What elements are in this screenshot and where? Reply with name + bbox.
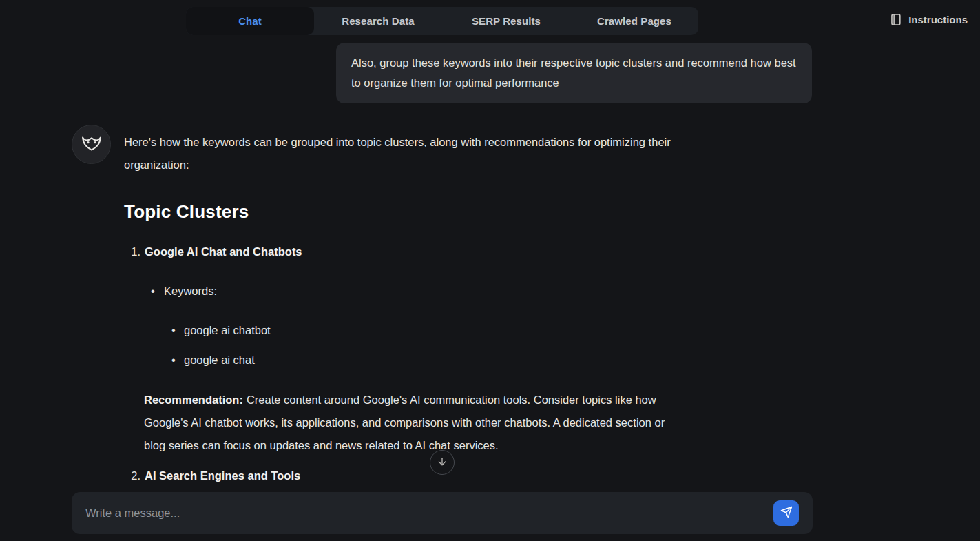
assistant-avatar — [72, 125, 111, 164]
chat-tabbar: Chat Research Data SERP Results Crawled … — [186, 7, 698, 35]
cluster-2-title: AI Search Engines and Tools — [145, 465, 300, 487]
recommendation-label: Recommendation: — [144, 394, 243, 406]
tab-crawled-pages[interactable]: Crawled Pages — [570, 7, 698, 35]
assistant-intro-text: Here's how the keywords can be grouped i… — [124, 131, 689, 176]
chat-page: { "colors": { "accent_blue": "#4a8ff0", … — [0, 0, 980, 541]
topic-clusters-heading: Topic Clusters — [124, 199, 689, 224]
message-input[interactable] — [85, 507, 765, 520]
keyword-item: google ai chatbot — [124, 319, 689, 342]
instructions-button[interactable]: Instructions — [889, 13, 968, 26]
cluster-item-1: 1. Google AI Chat and Chatbots — [124, 241, 689, 263]
notebook-icon — [889, 13, 902, 26]
scroll-to-bottom-button[interactable] — [430, 450, 455, 475]
user-message-bubble: Also, group these keywords into their re… — [336, 43, 812, 103]
tab-research-data[interactable]: Research Data — [314, 7, 442, 35]
tab-chat[interactable]: Chat — [186, 7, 314, 35]
recommendation-paragraph: Recommendation:Create content around Goo… — [124, 389, 689, 457]
cluster-1-title: Google AI Chat and Chatbots — [145, 241, 302, 263]
instructions-label: Instructions — [908, 14, 968, 25]
keyword-item: google ai chat — [124, 349, 689, 371]
arrow-down-icon — [437, 456, 448, 469]
message-composer — [72, 492, 813, 534]
owl-logo-icon — [79, 131, 104, 159]
paper-plane-icon — [780, 506, 793, 520]
tab-serp-results[interactable]: SERP Results — [442, 7, 570, 35]
send-button[interactable] — [773, 500, 799, 526]
cluster-1-number: 1. — [131, 241, 140, 263]
keywords-label-item: Keywords: — [124, 280, 689, 303]
cluster-item-2: 2. AI Search Engines and Tools — [124, 465, 689, 487]
cluster-2-number: 2. — [131, 465, 140, 487]
assistant-message: Here's how the keywords can be grouped i… — [124, 131, 689, 487]
